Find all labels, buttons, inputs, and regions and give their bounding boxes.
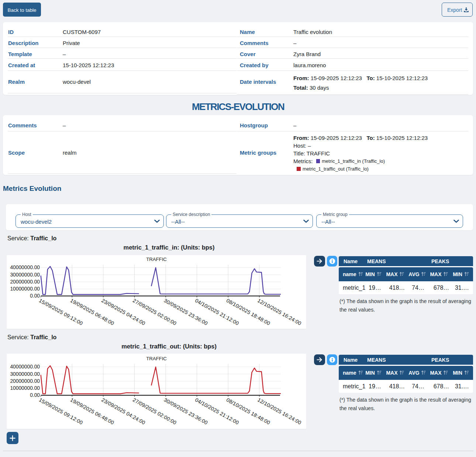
svg-text:40000000.00: 40000000.00	[10, 364, 40, 370]
svg-text:40000000.00: 40000000.00	[10, 265, 40, 270]
svg-text:30000000.00: 30000000.00	[10, 371, 40, 377]
svg-text:0.00: 0.00	[30, 392, 40, 398]
svg-text:TRAFFIC: TRAFFIC	[146, 356, 167, 361]
svg-text:10000000.00: 10000000.00	[10, 385, 40, 391]
svg-text:20000000.00: 20000000.00	[10, 378, 40, 384]
svg-text:30000000.00: 30000000.00	[10, 272, 40, 278]
svg-text:TRAFFIC: TRAFFIC	[146, 257, 167, 262]
svg-text:10000000.00: 10000000.00	[10, 286, 40, 292]
svg-text:20000000.00: 20000000.00	[10, 279, 40, 285]
svg-text:0.00: 0.00	[30, 293, 40, 299]
